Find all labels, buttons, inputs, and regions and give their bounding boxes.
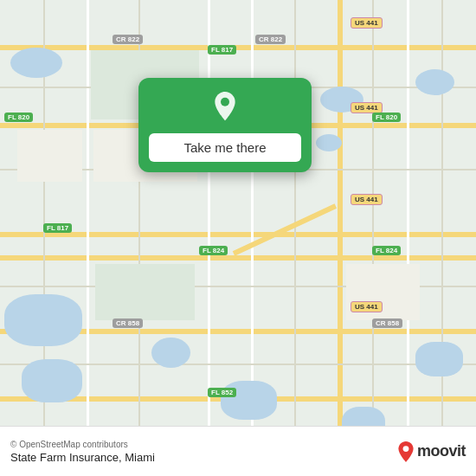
label-us441-bot: US 441 [351, 301, 383, 312]
place-info-text: State Farm Insurance, Miami [10, 451, 155, 464]
road-minor-v4 [372, 0, 374, 476]
label-cr858-right: CR 858 [372, 318, 402, 328]
label-fl820-right: FL 820 [372, 113, 401, 122]
water-3 [316, 134, 342, 151]
road-minor-v3 [294, 0, 296, 476]
label-cr858-left: CR 858 [113, 318, 143, 328]
moovit-pin-icon [397, 441, 415, 462]
road-v4 [407, 0, 409, 476]
road-fl824 [0, 255, 476, 261]
svg-point-0 [221, 98, 229, 106]
water-1 [10, 48, 62, 78]
label-fl852: FL 852 [208, 388, 236, 397]
map-container: CR 822 CR 822 US 441 US 441 US 441 FL 81… [0, 0, 476, 476]
road-us441 [338, 0, 343, 476]
take-me-there-button[interactable]: Take me there [149, 133, 301, 162]
road-cr822-top [0, 45, 476, 50]
water-10 [415, 342, 463, 376]
label-fl824: FL 824 [199, 246, 228, 255]
moovit-brand-text: moovit [417, 442, 466, 460]
bottom-bar: © OpenStreetMap contributors State Farm … [0, 426, 476, 476]
attribution-text: © OpenStreetMap contributors [10, 440, 155, 449]
bottom-left-info: © OpenStreetMap contributors State Farm … [10, 440, 155, 464]
label-fl824-right: FL 824 [372, 246, 401, 255]
label-us441-top: US 441 [351, 17, 383, 29]
popup-card: Take me there [138, 78, 312, 172]
water-8 [221, 381, 277, 420]
label-cr822-left: CR 822 [113, 35, 143, 44]
svg-point-1 [403, 446, 409, 452]
block-4 [95, 264, 195, 320]
water-7 [151, 338, 190, 368]
label-cr822-right: CR 822 [255, 35, 286, 44]
block-2 [17, 130, 82, 182]
label-fl820-left: FL 820 [4, 113, 33, 122]
water-4 [415, 69, 454, 95]
water-6 [22, 359, 82, 402]
location-pin-icon [208, 92, 242, 126]
road-v1 [87, 0, 89, 476]
water-5 [4, 294, 82, 346]
label-us441-mid2: US 441 [351, 194, 383, 205]
label-fl817-bot: FL 817 [43, 223, 72, 233]
label-fl817-top: FL 817 [208, 45, 236, 55]
moovit-logo: moovit [397, 441, 466, 462]
road-v2 [208, 0, 210, 476]
